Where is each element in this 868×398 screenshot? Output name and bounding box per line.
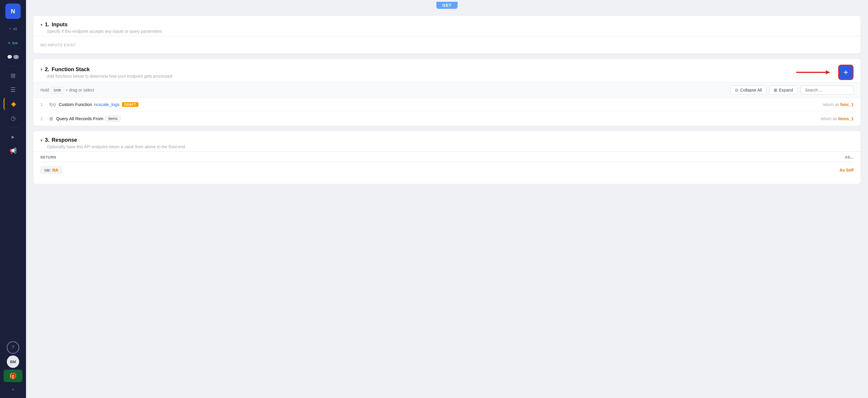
gift-icon: 🎁 — [9, 372, 17, 379]
function-stack-title: Function Stack — [52, 66, 90, 73]
var-value: NA — [52, 168, 58, 173]
function-stack-number: 2. — [45, 66, 49, 73]
collapse-sidebar-button[interactable]: » — [4, 384, 23, 394]
inputs-chevron-icon[interactable]: ▾ — [40, 23, 42, 27]
sidebar-item-announce[interactable]: 📢 — [4, 145, 23, 157]
inputs-section-title: Inputs — [52, 22, 68, 28]
sidebar-item-env[interactable]: ≡ live — [4, 37, 23, 49]
var-label: var: — [44, 168, 51, 173]
function-stack-subtitle: Add functions below to determine how you… — [40, 74, 172, 79]
inputs-section-header: ▾ 1. Inputs Specify if this endpoint acc… — [33, 16, 861, 36]
sidebar-item-grid[interactable]: ⊞ — [4, 69, 23, 82]
sidebar-item-server[interactable]: ☰ — [4, 84, 23, 96]
sidebar-item-chat[interactable]: 💬 2 — [4, 51, 23, 63]
gift-button[interactable]: 🎁 — [4, 370, 23, 382]
inputs-section-subtitle: Specify if this endpoint accepts any inp… — [40, 29, 854, 34]
announce-icon: 📢 — [9, 147, 17, 154]
function-return-1: return as func_1 — [823, 102, 854, 107]
function-stack-header: ▾ 2. Function Stack Add functions below … — [33, 59, 861, 82]
response-table-header: RETURN AS... — [40, 152, 854, 162]
main-content: GET ▾ 1. Inputs Specify if this endpoint… — [26, 0, 868, 398]
response-section-header: ▾ 3. Response Optionally have this API e… — [33, 131, 861, 152]
sidebar-bottom: ? BM 🎁 » — [4, 341, 23, 394]
inputs-section: ▾ 1. Inputs Specify if this endpoint acc… — [33, 16, 861, 54]
function-stack-title-block: ▾ 2. Function Stack Add functions below … — [40, 66, 172, 79]
return-col-label: RETURN — [40, 155, 56, 159]
response-title-row: ▾ 3. Response — [40, 137, 854, 143]
collapse-all-icon: ⊙ — [735, 88, 738, 92]
response-section-number: 3. — [45, 137, 49, 143]
function-item-1: 1 f(x) Custom Function ncscale_logs DRAF… — [40, 98, 854, 111]
content-scroll: ▾ 1. Inputs Specify if this endpoint acc… — [26, 11, 868, 398]
expand-button[interactable]: ⊞ Expand — [769, 86, 798, 94]
history-icon: ◷ — [11, 115, 16, 122]
drag-label: + drag or select — [66, 88, 94, 92]
add-function-button[interactable]: + — [838, 65, 854, 80]
table-function-icon: ⊞ — [49, 116, 53, 121]
search-input[interactable] — [800, 86, 854, 94]
top-bar: GET — [26, 0, 868, 11]
var-badge: var: NA — [40, 166, 62, 174]
function-link-1[interactable]: ncscale_logs — [94, 102, 120, 107]
sidebar-item-deploy[interactable]: ▸ — [4, 130, 23, 143]
as-col-label: AS... — [845, 155, 854, 159]
hold-label: Hold — [40, 88, 49, 92]
inputs-title-row: ▾ 1. Inputs — [40, 22, 854, 28]
custom-function-icon: f(x) — [49, 102, 56, 107]
chat-count: 2 — [13, 55, 19, 59]
function-return-2: return as items_1 — [821, 116, 854, 121]
items-badge-2: items — [105, 116, 121, 122]
draft-badge-1: DRAFT — [122, 102, 138, 107]
inputs-section-body: NO INPUTS EXIST — [33, 36, 861, 54]
sidebar-divider-1 — [7, 66, 19, 66]
response-row-1: var: NA As Self — [40, 162, 854, 178]
function-stack-title-row: ▾ 2. Function Stack — [40, 66, 172, 73]
function-list: 1 f(x) Custom Function ncscale_logs DRAF… — [33, 98, 861, 126]
as-self-button[interactable]: As Self — [840, 168, 854, 173]
function-item-2: 2 ⊞ Query All Records From items return … — [40, 111, 854, 126]
func-return-value-2[interactable]: items_1 — [838, 116, 854, 121]
inputs-section-number: 1. — [45, 22, 49, 28]
user-avatar[interactable]: BM — [7, 356, 19, 368]
env-label: live — [12, 41, 18, 45]
api-icon: ◆ — [11, 100, 16, 108]
toolbar-left: Hold Shift + drag or select — [40, 87, 94, 93]
sidebar-item-history[interactable]: ◷ — [4, 112, 23, 124]
sidebar: N ⑂ v1 ≡ live 💬 2 ⊞ ☰ ◆ ◷ ▸ 📢 ? BM 🎁 — [0, 0, 26, 398]
function-name-1: Custom Function — [59, 102, 92, 107]
response-section: ▾ 3. Response Optionally have this API e… — [33, 131, 861, 184]
app-avatar[interactable]: N — [5, 4, 21, 19]
function-stack-section: ▾ 2. Function Stack Add functions below … — [33, 58, 861, 126]
function-number-1: 1 — [40, 102, 49, 107]
response-section-title: Response — [52, 137, 77, 143]
response-section-subtitle: Optionally have this API endpoint return… — [40, 144, 854, 149]
sidebar-item-api[interactable]: ◆ — [4, 98, 23, 110]
svg-marker-1 — [826, 70, 830, 74]
sidebar-item-version[interactable]: ⑂ v1 — [4, 23, 23, 35]
grid-icon: ⊞ — [11, 72, 16, 79]
add-button-arrow — [796, 68, 835, 77]
function-stack-chevron-icon[interactable]: ▾ — [40, 67, 42, 72]
server-icon: ☰ — [10, 86, 16, 93]
function-name-2: Query All Records From — [56, 116, 103, 121]
response-chevron-icon[interactable]: ▾ — [40, 138, 42, 143]
collapse-all-button[interactable]: ⊙ Collapse All — [731, 86, 766, 94]
expand-label: Expand — [779, 88, 793, 92]
expand-icon: ⊞ — [774, 88, 777, 92]
response-section-body: RETURN AS... var: NA As Self — [33, 152, 861, 184]
toolbar-right: ⊙ Collapse All ⊞ Expand — [731, 86, 854, 94]
help-icon: ? — [12, 345, 14, 350]
version-label: v1 — [13, 27, 17, 31]
add-function-area: + — [796, 65, 854, 80]
shift-key-badge: Shift — [51, 87, 64, 93]
help-button[interactable]: ? — [7, 341, 19, 354]
deploy-icon: ▸ — [11, 133, 14, 140]
function-number-2: 2 — [40, 116, 49, 121]
method-badge: GET — [436, 2, 458, 9]
collapse-all-label: Collapse All — [740, 88, 762, 92]
no-inputs-label: NO INPUTS EXIST — [40, 43, 75, 47]
function-toolbar: Hold Shift + drag or select ⊙ Collapse A… — [33, 82, 861, 98]
plus-icon: + — [843, 68, 848, 77]
func-return-value-1[interactable]: func_1 — [840, 102, 854, 107]
